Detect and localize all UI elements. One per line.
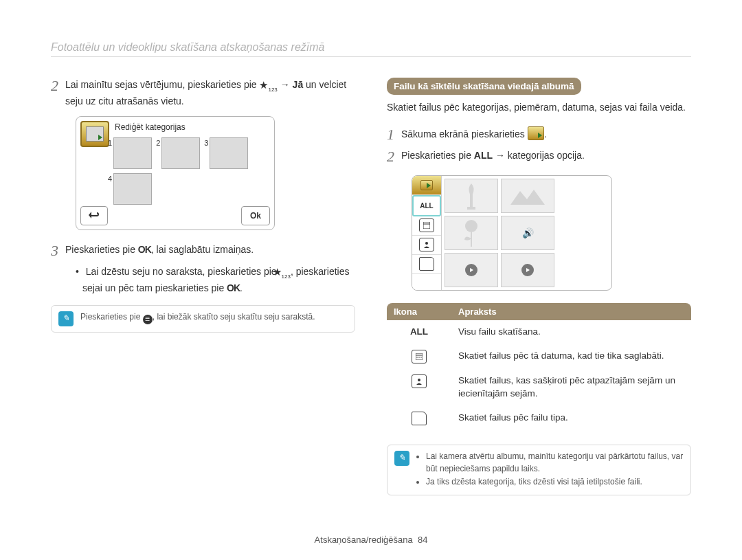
note-item: Lai kamera atvērtu albumu, mainītu kateg… <box>426 451 684 475</box>
play-icon <box>521 264 534 276</box>
svg-rect-0 <box>423 222 430 229</box>
step-number-1: 1 <box>387 126 394 143</box>
right-column: Failu kā sīktēlu skatīšana viedajā album… <box>387 78 691 495</box>
svg-rect-9 <box>416 353 423 360</box>
ok-button[interactable]: Ok <box>241 206 270 225</box>
face-thumb <box>113 173 152 205</box>
svg-point-12 <box>418 357 420 358</box>
step-3-text: Pieskarieties pie OK, lai saglabātu izma… <box>65 243 254 259</box>
star-icon: ★123 <box>259 78 277 94</box>
play-icon <box>465 264 477 276</box>
lamp-silhouette-icon <box>463 182 480 210</box>
album-screenshot: ALL 🔊 <box>412 175 612 291</box>
table-row: Skatiet failus pēc failu tipa. <box>387 406 691 435</box>
face-thumb <box>113 137 152 169</box>
album-tab-face[interactable] <box>412 236 441 255</box>
sound-icon: 🔊 <box>522 227 534 238</box>
person-icon <box>412 374 427 388</box>
delete-face-bullet: Lai dzēstu seju no saraksta, pieskarieti… <box>76 265 355 295</box>
note-info-icon: ✎ <box>394 451 409 466</box>
gallery-icon <box>80 121 109 147</box>
svg-point-13 <box>420 357 422 358</box>
page-section-title: Fotoattēlu un videoklipu skatīšana atska… <box>51 41 691 57</box>
edit-categories-screenshot: Rediģēt kategorijas 1 2 3 4 Ok <box>76 116 275 230</box>
face-list-icon: ☰ <box>143 315 153 324</box>
step-number-3: 3 <box>51 243 58 259</box>
flower-silhouette-icon <box>462 219 480 247</box>
album-icon <box>528 126 544 140</box>
folder-icon <box>419 257 434 271</box>
step-number-2b: 2 <box>387 148 394 165</box>
svg-point-11 <box>416 357 418 358</box>
face-thumb <box>161 137 200 169</box>
album-tab-all[interactable]: ALL <box>412 195 441 216</box>
table-header-desc: Apraksts <box>451 303 691 320</box>
step-number-2: 2 <box>51 78 58 108</box>
right-step-2: Pieskarieties pie ALL → kategorijas opci… <box>401 148 585 165</box>
calendar-icon <box>419 219 434 232</box>
table-row: Skatiet failus, kas sašķiroti pēc atpazī… <box>387 369 691 406</box>
star-icon: ★123 <box>280 265 291 281</box>
mountain-silhouette-icon <box>510 187 545 205</box>
table-row: Skatiet failus pēc tā datuma, kad tie ti… <box>387 344 691 370</box>
face-thumb <box>210 137 248 169</box>
all-icon: ALL <box>410 326 428 337</box>
person-icon <box>419 238 434 251</box>
ok-icon: OK <box>138 244 151 255</box>
step-2-text: Lai mainītu sejas vērtējumu, pieskarieti… <box>65 78 355 108</box>
note-box: ✎ Pieskarieties pie ☰, lai biežāk skatīt… <box>51 305 355 333</box>
note-box: ✎ Lai kamera atvērtu albumu, mainītu kat… <box>387 445 691 495</box>
screenshot-title: Rediģēt kategorijas <box>115 122 186 132</box>
left-column: 2 Lai mainītu sejas vērtējumu, pieskarie… <box>51 78 355 495</box>
back-arrow-icon <box>89 212 100 220</box>
table-row: ALL Visu failu skatīšana. <box>387 320 691 344</box>
svg-rect-4 <box>471 232 472 247</box>
icon-description-table: Ikona Apraksts ALL Visu failu skatīšana.… <box>387 303 691 435</box>
page-footer: Atskaņošana/rediģēšana 84 <box>0 535 742 545</box>
calendar-icon <box>412 350 427 363</box>
note-item: Ja tiks dzēsta kategorija, tiks dzēsti v… <box>426 476 684 488</box>
table-header-icon: Ikona <box>387 303 451 320</box>
album-tab-date[interactable] <box>412 216 441 236</box>
smart-album-heading: Failu kā sīktēlu skatīšana viedajā album… <box>387 78 581 95</box>
note-info-icon: ✎ <box>58 311 74 326</box>
svg-point-14 <box>418 379 420 381</box>
svg-point-2 <box>425 242 428 245</box>
svg-point-3 <box>465 220 477 232</box>
right-step-1: Sākuma ekrānā pieskarieties . <box>401 126 547 143</box>
album-tab-type[interactable] <box>412 255 441 274</box>
folder-icon <box>412 412 427 425</box>
album-tab-gold <box>412 176 441 195</box>
smart-album-intro: Skatiet failus pēc kategorijas, piemēram… <box>387 100 691 114</box>
back-button[interactable] <box>80 206 108 225</box>
ok-icon: OK <box>227 282 240 293</box>
